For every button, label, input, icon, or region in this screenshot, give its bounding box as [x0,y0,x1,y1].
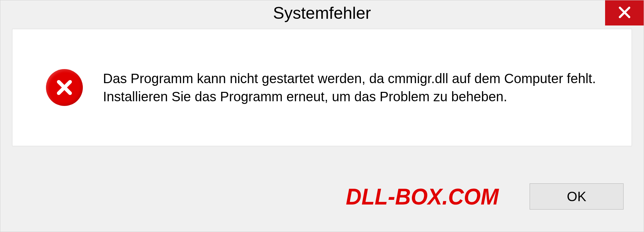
close-button[interactable] [605,0,644,25]
ok-button[interactable]: OK [530,183,624,210]
content-panel: Das Programm kann nicht gestartet werden… [12,29,632,146]
error-message: Das Programm kann nicht gestartet werden… [103,69,611,106]
dialog-footer: DLL-BOX.COM OK [0,161,644,232]
error-dialog: Systemfehler Das Programm kann nicht ges… [0,0,644,232]
dialog-title: Systemfehler [273,3,371,23]
error-icon [46,69,83,106]
title-bar: Systemfehler [0,0,644,25]
close-icon [618,5,632,21]
watermark-text: DLL-BOX.COM [346,183,499,210]
